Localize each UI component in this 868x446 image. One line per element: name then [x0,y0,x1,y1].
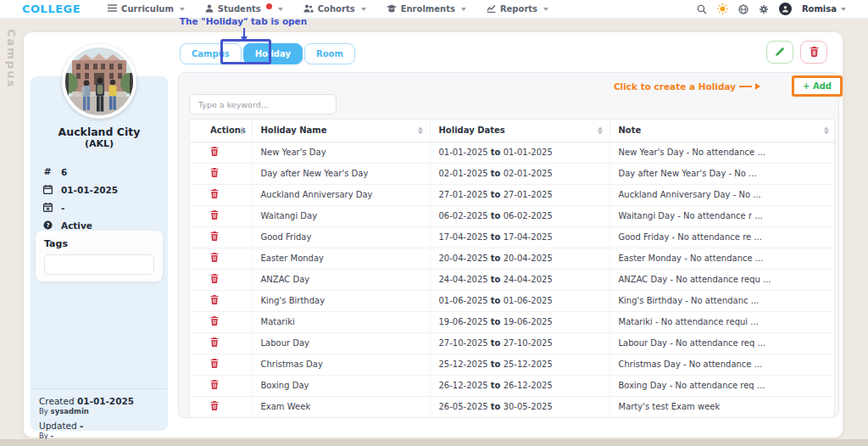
globe-icon[interactable] [738,4,748,14]
arrow-right-head-icon [755,83,760,90]
nav-label: Curriculum [121,4,174,14]
holiday-dates-cell: 19-06-2025 to 19-06-2025 [430,311,609,332]
holiday-name-cell: Easter Monday [252,248,430,269]
table-row: Labour Day27-10-2025 to 27-10-2025Labour… [190,332,836,354]
delete-row-icon[interactable] [210,337,219,347]
chevron-down-icon [180,8,185,11]
notification-badge [266,3,272,9]
cohorts-icon [303,4,314,14]
delete-row-icon[interactable] [210,274,219,283]
note-cell: Labour Day - No attendance req ... [609,332,836,354]
holiday-dates-cell: 20-04-2025 to 20-04-2025 [430,248,609,269]
gear-icon[interactable] [759,4,769,14]
delete-row-icon[interactable] [210,210,219,220]
delete-row-icon[interactable] [210,189,219,198]
holiday-table: Actions Holiday Name Holiday Dates Note … [189,119,835,418]
sort-icon[interactable] [418,126,423,134]
row-actions-cell [190,375,252,396]
hash-icon: # [42,166,53,177]
campus-id-value: 6 [61,167,67,177]
table-row: Boxing Day26-12-2025 to 26-12-2025Boxing… [190,375,836,396]
bottom-scrollbar[interactable] [0,439,868,446]
delete-button[interactable] [800,41,827,64]
campus-startdate-row: 01-01-2025 [42,181,168,198]
nav-item-enrolments[interactable]: Enrolments [387,4,466,14]
nav-item-reports[interactable]: Reports [487,4,548,14]
edit-button[interactable] [766,41,793,64]
delete-row-icon[interactable] [210,147,219,156]
holiday-name-cell: King's Birthday [252,290,430,311]
delete-row-icon[interactable] [210,380,219,389]
user-menu[interactable]: Romisa [802,4,846,14]
delete-row-icon[interactable] [210,316,219,326]
holiday-dates-cell: 27-10-2025 to 27-10-2025 [430,332,609,354]
nav-item-students[interactable]: Students [205,4,283,14]
sort-icon[interactable] [824,126,829,134]
campus-info-list: # 6 01-01-2025 - ? Active [42,163,168,234]
nav-label: Enrolments [401,4,455,14]
row-actions-cell [190,142,252,163]
campus-enddate-value: - [61,203,64,213]
created-by: sysadmin [51,407,89,415]
add-holiday-button[interactable]: + Add [795,79,839,93]
sort-icon[interactable] [240,126,245,134]
updated-date: - [80,421,83,431]
arrow-right-icon [739,86,752,87]
updated-line: Updated - [39,421,168,431]
table-row: Christmas Day25-12-2025 to 25-12-2025Chr… [190,354,836,375]
nav-item-cohorts[interactable]: Cohorts [303,4,366,14]
delete-row-icon[interactable] [210,295,219,304]
record-actions [766,41,827,64]
campus-enddate-row: - [42,198,168,216]
tab-holiday[interactable]: Holiday [243,43,303,64]
delete-row-icon[interactable] [210,359,219,368]
delete-row-icon[interactable] [210,231,219,241]
pencil-icon [775,44,785,60]
holiday-name-cell: Boxing Day [252,375,430,396]
delete-row-icon[interactable] [210,401,219,410]
calendar-x-icon [42,203,53,212]
table-header-row: Actions Holiday Name Holiday Dates Note [190,120,836,142]
note-cell: Auckland Anniversary Day - No ... [609,184,836,205]
reports-icon [487,4,496,14]
note-cell: Good Friday - No attendance re ... [609,226,836,248]
delete-row-icon[interactable] [210,168,219,177]
search-icon[interactable] [697,4,707,14]
delete-row-icon[interactable] [210,253,219,262]
tab-campus[interactable]: Campus [180,43,242,64]
row-actions-cell [190,290,252,311]
sort-icon[interactable] [598,126,603,134]
nav-item-curriculum[interactable]: Curriculum [108,4,185,14]
navbar-right: Romisa [697,3,846,15]
table-row: Day after New Year's Day02-01-2025 to 02… [190,163,836,184]
user-name: Romisa [802,4,837,14]
holiday-tab-panel: + Add Click to create a Holiday Actions … [178,72,839,418]
holiday-name-cell: Labour Day [252,332,430,354]
add-annotation-text: Click to create a Holiday [614,81,736,92]
holiday-dates-cell: 24-04-2025 to 24-04-2025 [430,269,609,290]
tab-room[interactable]: Room [304,43,355,64]
svg-text:?: ? [46,221,49,229]
holiday-dates-cell: 02-01-2025 to 02-01-2025 [430,163,609,184]
nav-label: Students [218,4,261,14]
top-navbar: COLLEGE Curriculum Students Cohorts Enro… [0,0,868,19]
section-label-campus: Campus [5,29,18,88]
holiday-name-cell: ANZAC Day [252,269,430,290]
note-cell: King's Birthday - No attendanc ... [609,290,836,311]
row-actions-cell [190,163,252,184]
col-note: Note [609,120,836,142]
table-row: Easter Monday20-04-2025 to 20-04-2025Eas… [190,248,836,269]
holiday-name-cell: Exam Week [252,396,430,417]
sun-icon[interactable] [717,3,728,14]
audit-info: Created 01-01-2025 By sysadmin Updated -… [31,388,168,440]
tags-label: Tags [44,238,154,249]
holiday-dates-cell: 01-01-2025 to 01-01-2025 [430,142,609,163]
user-avatar[interactable] [779,3,792,15]
tags-input[interactable] [44,254,154,275]
note-cell: Marty's test Exam week [609,396,836,417]
holiday-name-cell: Day after New Year's Day [252,163,430,184]
holiday-dates-cell: 01-06-2025 to 01-06-2025 [430,290,609,311]
row-actions-cell [190,332,252,354]
holiday-name-cell: New Year's Day [252,142,430,163]
search-input[interactable] [189,94,337,114]
